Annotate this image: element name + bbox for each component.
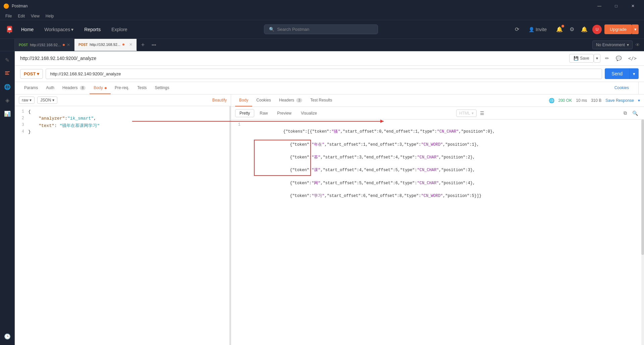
resp-tab-body[interactable]: Body	[235, 94, 252, 107]
resp-tab-cookies[interactable]: Cookies	[252, 94, 275, 107]
menu-file[interactable]: File	[3, 13, 14, 19]
raw-format-selector[interactable]: raw ▾	[19, 96, 35, 104]
resp-tab-test-results[interactable]: Test Results	[306, 94, 336, 107]
tab-prereq[interactable]: Pre-req.	[111, 82, 133, 94]
nav-reports[interactable]: Reports	[79, 24, 105, 35]
body-toolbar: raw ▾ JSON ▾ Beautify	[15, 94, 231, 106]
tab-2[interactable]: POST http://192.168.92... ✕	[74, 39, 137, 51]
more-tabs-button[interactable]: •••	[149, 39, 159, 51]
menu-edit[interactable]: Edit	[15, 13, 28, 19]
tab-auth[interactable]: Auth	[42, 82, 58, 94]
cookies-panel-tab: Cookies	[610, 82, 639, 94]
nav-explore[interactable]: Explore	[107, 24, 132, 35]
response-pane: Body Cookies Headers 3 Test Results 🌐 20…	[231, 94, 644, 345]
tab1-close-icon[interactable]: ✕	[67, 43, 70, 47]
svg-rect-2	[5, 74, 9, 75]
comment-icon[interactable]: 💬	[614, 54, 624, 62]
tab-settings[interactable]: Settings	[151, 82, 173, 94]
tab-headers[interactable]: Headers 8	[58, 82, 90, 94]
new-tab-button[interactable]: +	[137, 39, 149, 51]
upgrade-button[interactable]: Upgrade	[604, 24, 632, 34]
send-arrow-button[interactable]: ▾	[629, 68, 639, 79]
sidebar-history-icon[interactable]: 🕒	[1, 330, 13, 342]
invite-button[interactable]: 👤 Invite	[524, 24, 551, 35]
sidebar-collections-icon[interactable]	[1, 67, 13, 79]
chevron-down-icon: ▾	[71, 27, 73, 32]
sidebar-environments-icon[interactable]: 🌐	[1, 81, 13, 93]
search-bar[interactable]: 🔍 Search Postman	[264, 24, 378, 34]
request-line: POST ▾ Send ▾	[15, 66, 644, 82]
upgrade-button-group: Upgrade ▾	[604, 24, 639, 34]
tab-body[interactable]: Body	[90, 82, 111, 94]
resp-type-selector[interactable]: HTML ▾	[456, 110, 477, 117]
resp-format-raw[interactable]: Raw	[256, 110, 272, 117]
nav-workspaces[interactable]: Workspaces ▾	[40, 24, 78, 35]
raw-chevron-icon: ▾	[30, 98, 32, 102]
nav-actions: ⟳ 👤 Invite 🔔 ⚙ 🔔 U Upgrade ▾	[513, 24, 639, 35]
scrollbar-thumb[interactable]	[641, 120, 644, 255]
scrollbar-track	[641, 120, 644, 345]
resp-format-preview[interactable]: Preview	[273, 110, 296, 117]
sidebar-new-icon[interactable]: ✎	[1, 54, 13, 66]
save-response-button[interactable]: Save Response	[605, 98, 634, 103]
titlebar: 🟠 Postman — □ ✕	[0, 0, 644, 12]
content-area: http://192.168.92.140:9200/_analyze 💾 Fi…	[15, 51, 644, 345]
window-controls: — □ ✕	[592, 0, 641, 12]
tab2-modified-dot	[122, 44, 124, 46]
sidebar-mock-icon[interactable]: ◈	[1, 94, 13, 106]
tab-cookies-panel[interactable]: Cookies	[610, 82, 633, 94]
app-icon: 🟠	[3, 3, 9, 9]
resp-line-1: 1 {"tokens":[{"token":"骚","start_offset"…	[231, 122, 644, 206]
tab-1[interactable]: POST http://192.168.92... ✕	[15, 39, 74, 51]
resp-tab-headers[interactable]: Headers 3	[275, 94, 306, 107]
minimize-button[interactable]: —	[592, 0, 607, 12]
close-button[interactable]: ✕	[625, 0, 641, 12]
edit-icon[interactable]: ✏	[603, 54, 611, 62]
save-button[interactable]: 💾 Find and Replace Save	[569, 54, 593, 63]
menu-help[interactable]: Help	[43, 13, 57, 19]
response-size: 310 B	[591, 98, 601, 103]
body-code-editor[interactable]: 1 { 2 "analyzer":"ik_smart", 3 "text": "…	[15, 106, 231, 345]
notification-icon[interactable]: 🔔	[554, 24, 565, 34]
code-line-1: 1 {	[15, 109, 231, 116]
user-avatar[interactable]: U	[592, 25, 602, 34]
app-logo: 📮	[5, 25, 14, 33]
resp-settings-icon[interactable]: ☰	[478, 109, 486, 117]
svg-rect-1	[5, 73, 8, 73]
code-line-3: 3 "text": "骚年在慕课网学习"	[15, 122, 231, 129]
menu-view[interactable]: View	[28, 13, 42, 19]
bell-icon[interactable]: 🔔	[579, 24, 590, 34]
sync-icon[interactable]: ⟳	[513, 24, 521, 34]
split-pane: raw ▾ JSON ▾ Beautify 1 {	[15, 94, 644, 345]
sidebar-monitor-icon[interactable]: 📊	[1, 108, 13, 120]
pane-resize-handle[interactable]	[229, 106, 231, 345]
chevron-down-icon: ▾	[627, 43, 629, 47]
environment-selector[interactable]: No Environment ▾	[592, 41, 633, 49]
resp-format-pretty[interactable]: Pretty	[235, 109, 254, 117]
url-input[interactable]	[46, 69, 602, 79]
nav-home[interactable]: Home	[16, 24, 38, 35]
method-selector[interactable]: POST ▾	[20, 69, 43, 79]
resp-format-visualize[interactable]: Visualize	[297, 110, 321, 117]
save-arrow-button[interactable]: ▾	[594, 54, 600, 63]
save-response-chevron[interactable]: ▾	[638, 98, 640, 103]
maximize-button[interactable]: □	[608, 0, 624, 12]
resp-search-icon[interactable]: 🔍	[630, 109, 640, 117]
svg-rect-0	[5, 71, 10, 72]
tab-params[interactable]: Params	[20, 82, 42, 94]
upgrade-arrow[interactable]: ▾	[632, 24, 639, 34]
settings-icon[interactable]: ⚙	[568, 24, 576, 34]
headers-count-badge: 8	[80, 86, 86, 90]
code-icon[interactable]: </>	[626, 54, 639, 62]
environment-eye-button[interactable]: 👁	[634, 41, 641, 49]
resp-copy-icon[interactable]: ⧉	[622, 109, 629, 117]
method-dropdown-icon: ▾	[37, 71, 39, 76]
tab2-close-icon[interactable]: ✕	[129, 42, 132, 47]
top-nav: 📮 Home Workspaces ▾ Reports Explore 🔍 Se…	[0, 20, 644, 39]
send-button[interactable]: Send	[605, 68, 629, 79]
tab-tests[interactable]: Tests	[133, 82, 151, 94]
tab1-method: POST	[19, 43, 28, 47]
json-format-selector[interactable]: JSON ▾	[37, 96, 57, 104]
beautify-button[interactable]: Beautify	[212, 98, 227, 102]
request-tabs: Params Auth Headers 8 Body Pre-req. Test…	[15, 82, 644, 94]
